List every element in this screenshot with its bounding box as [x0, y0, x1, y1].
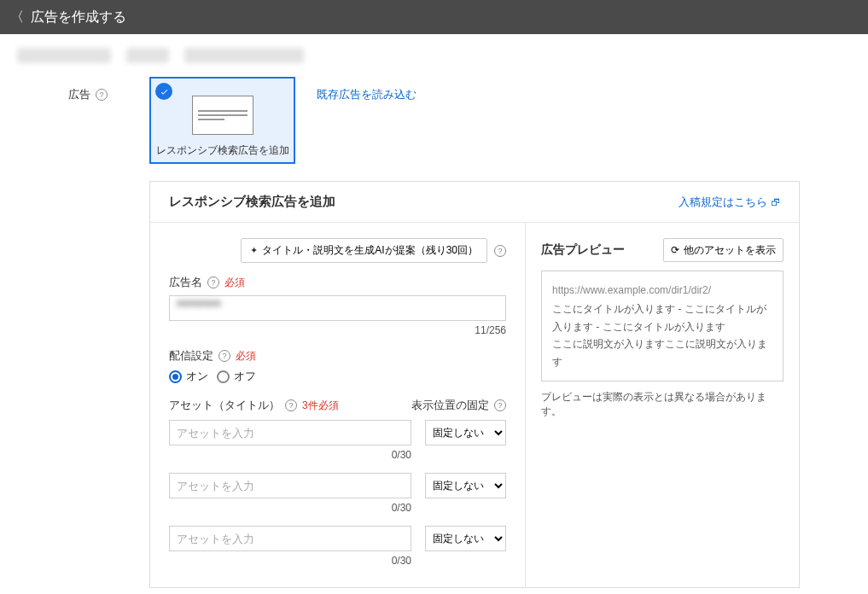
help-icon[interactable]: ? — [494, 399, 506, 411]
page-title: 広告を作成する — [31, 9, 126, 26]
back-icon[interactable]: 〈 — [10, 9, 24, 26]
pin-position-label: 表示位置の固定 — [411, 398, 489, 413]
sparkle-icon: ✦ — [250, 245, 258, 256]
ad-name-label: 広告名 — [169, 275, 202, 290]
asset-title-label: アセット（タイトル） — [169, 398, 280, 413]
preview-desc: ここに説明文が入りますここに説明文が入ります — [552, 335, 772, 370]
breadcrumb-blurred — [0, 34, 868, 77]
asset-pin-select-1[interactable]: 固定しない — [425, 420, 506, 446]
radio-selected-icon — [169, 370, 182, 383]
ad-name-counter: 11/256 — [169, 324, 506, 336]
guidelines-link[interactable]: 入稿規定はこちら 🗗 — [679, 195, 780, 210]
ad-thumbnail-icon — [192, 96, 253, 135]
asset-pin-select-3[interactable]: 固定しない — [425, 526, 506, 551]
preview-note: プレビューは実際の表示とは異なる場合があります。 — [541, 390, 784, 419]
selected-check-icon — [155, 83, 172, 100]
asset-pin-select-2[interactable]: 固定しない — [425, 473, 506, 498]
help-icon[interactable]: ? — [218, 350, 230, 362]
required-badge: 必須 — [236, 349, 256, 364]
show-other-assets-button[interactable]: ⟳ 他のアセットを表示 — [663, 238, 784, 262]
asset-counter-1: 0/30 — [169, 449, 506, 461]
asset-title-input-3[interactable] — [169, 526, 411, 551]
asset-title-input-2[interactable] — [169, 473, 411, 498]
help-icon[interactable]: ? — [285, 399, 297, 411]
asset-counter-3: 0/30 — [169, 555, 506, 567]
help-icon[interactable]: ? — [96, 89, 108, 101]
preview-titles: ここにタイトルが入ります - ここにタイトルが入ります - ここにタイトルが入り… — [552, 300, 772, 335]
asset-title-input-1[interactable] — [169, 420, 411, 446]
help-icon[interactable]: ? — [494, 245, 506, 257]
radio-unselected-icon — [217, 370, 230, 383]
page-header: 〈 広告を作成する — [0, 0, 868, 34]
ad-preview-box: https://www.example.com/dir1/dir2/ ここにタイ… — [541, 271, 784, 381]
delivery-label: 配信設定 — [169, 348, 213, 364]
load-existing-link[interactable]: 既存広告を読み込む — [317, 88, 417, 101]
help-icon[interactable]: ? — [207, 277, 219, 288]
external-link-icon: 🗗 — [771, 197, 780, 207]
required-badge: 3件必須 — [302, 399, 339, 413]
ad-type-card-rsa[interactable]: レスポンシブ検索広告を追加 — [149, 77, 295, 164]
section-label-ad: 広告 ? — [68, 77, 149, 102]
ad-name-input[interactable]: xxxxxxxx — [169, 295, 506, 321]
panel-title: レスポンシブ検索広告を追加 — [169, 194, 335, 210]
ad-type-card-label: レスポンシブ検索広告を追加 — [156, 143, 289, 158]
delivery-on-radio[interactable]: オン — [169, 369, 208, 384]
preview-url: https://www.example.com/dir1/dir2/ — [552, 282, 772, 299]
ai-suggest-button[interactable]: ✦ タイトル・説明文を生成AIが提案（残り30回） — [241, 238, 487, 263]
asset-counter-2: 0/30 — [169, 502, 506, 514]
rsa-panel: レスポンシブ検索広告を追加 入稿規定はこちら 🗗 ✦ タイトル・説明文を生成AI… — [149, 181, 800, 588]
delivery-off-radio[interactable]: オフ — [217, 369, 256, 384]
preview-title-label: 広告プレビュー — [541, 242, 625, 258]
refresh-icon: ⟳ — [671, 244, 679, 256]
required-badge: 必須 — [224, 276, 245, 290]
